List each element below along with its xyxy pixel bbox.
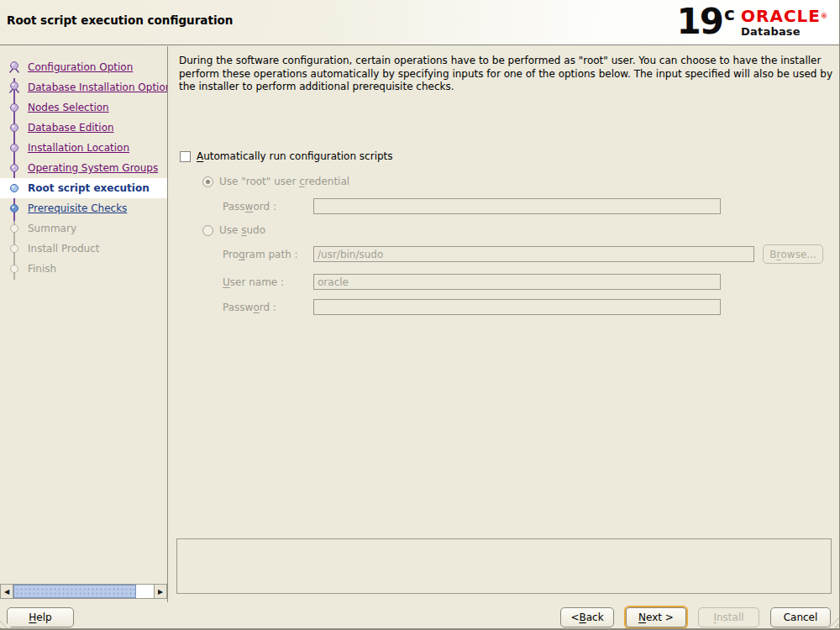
scrollbar-track[interactable] xyxy=(136,585,154,598)
sudo-password-label: Password : xyxy=(223,302,276,313)
installer-window: Root script execution configuration 19 c… xyxy=(0,0,840,630)
description-text: During the software configuration, certa… xyxy=(179,55,837,94)
auto-run-scripts-checkbox[interactable] xyxy=(180,151,191,162)
sidebar-horizontal-scrollbar[interactable]: ◀ ▶ xyxy=(0,584,167,599)
step-node-icon xyxy=(8,242,21,255)
sidebar-item-nodes-selection[interactable]: Nodes Selection xyxy=(0,97,167,118)
oracle-database-19c-logo: 19 c ORACLE® Database xyxy=(677,3,828,40)
logo-product-name: Database xyxy=(741,25,828,38)
root-password-field[interactable] xyxy=(313,198,721,214)
next-button[interactable]: Next > xyxy=(626,607,686,627)
step-node-icon xyxy=(8,101,21,114)
step-node-icon xyxy=(8,161,21,175)
steps-sidebar: Configuration OptionDatabase Installatio… xyxy=(0,46,168,602)
user-name-label: User name : xyxy=(223,276,284,288)
scroll-left-arrow-icon[interactable]: ◀ xyxy=(1,585,13,598)
sidebar-item-install-product: Install Product xyxy=(0,239,167,259)
step-branch-node-icon xyxy=(8,81,21,94)
sidebar-item-label: Database Installation Option xyxy=(28,81,167,93)
sidebar-item-database-installation-option[interactable]: Database Installation Option xyxy=(0,77,167,97)
step-node-icon xyxy=(8,262,21,276)
sidebar-item-label: Configuration Option xyxy=(28,61,133,73)
sudo-password-field[interactable] xyxy=(313,299,721,315)
sidebar-item-label: Summary xyxy=(28,223,76,234)
use-sudo-label[interactable]: Use sudo xyxy=(219,224,265,236)
root-password-label: Password : xyxy=(223,201,276,213)
sidebar-item-database-edition[interactable]: Database Edition xyxy=(0,118,167,138)
use-sudo-radio[interactable] xyxy=(202,225,213,236)
oracle-wordmark: ORACLE® xyxy=(741,8,828,24)
step-node-icon xyxy=(8,222,21,235)
main-panel: During the software configuration, certa… xyxy=(169,46,840,602)
sidebar-item-finish: Finish xyxy=(0,259,167,279)
header: Root script execution configuration 19 c… xyxy=(0,0,840,45)
use-sudo-row: Use sudo xyxy=(202,224,265,236)
sidebar-item-label: Nodes Selection xyxy=(28,102,109,113)
scroll-right-arrow-icon[interactable]: ▶ xyxy=(154,585,166,598)
sidebar-item-label: Finish xyxy=(28,263,56,275)
root-credential-row: Use "root" user credential xyxy=(202,176,349,187)
sidebar-steps: Configuration OptionDatabase Installatio… xyxy=(0,57,167,279)
logo-version-letter: c xyxy=(724,5,735,24)
logo-version-number: 19 xyxy=(677,3,722,40)
program-path-field[interactable] xyxy=(313,246,754,262)
root-credential-radio[interactable] xyxy=(202,176,213,187)
back-button[interactable]: < Back xyxy=(560,607,614,627)
auto-run-scripts-row: Automatically run configuration scripts xyxy=(180,150,393,162)
footer: Help < Back Next > Install Cancel xyxy=(0,602,840,630)
sidebar-item-label: Install Product xyxy=(28,243,100,255)
help-button[interactable]: Help xyxy=(7,607,74,627)
cancel-button[interactable]: Cancel xyxy=(770,607,831,627)
sidebar-item-label: Database Edition xyxy=(28,122,114,134)
page-title: Root script execution configuration xyxy=(7,13,233,27)
sidebar-item-configuration-option[interactable]: Configuration Option xyxy=(0,57,167,77)
sidebar-item-label: Operating System Groups xyxy=(28,162,158,174)
message-area xyxy=(176,538,832,594)
sidebar-item-summary: Summary xyxy=(0,218,167,239)
step-branch-node-icon xyxy=(8,60,21,74)
sidebar-item-root-script-execution: Root script execution xyxy=(0,178,167,198)
sidebar-item-label: Installation Location xyxy=(28,142,129,154)
browse-button[interactable]: Browse... xyxy=(763,244,823,264)
auto-run-scripts-label[interactable]: Automatically run configuration scripts xyxy=(197,150,393,162)
user-name-field[interactable] xyxy=(313,274,721,290)
step-node-icon xyxy=(8,141,21,155)
sidebar-item-label: Root script execution xyxy=(28,182,150,194)
install-button[interactable]: Install xyxy=(698,607,759,627)
scrollbar-thumb[interactable] xyxy=(13,585,136,598)
program-path-label: Program path : xyxy=(223,249,298,260)
sidebar-item-installation-location[interactable]: Installation Location xyxy=(0,138,167,158)
step-node-icon xyxy=(8,181,21,195)
sidebar-item-prerequisite-checks[interactable]: Prerequisite Checks xyxy=(0,198,167,218)
step-node-icon xyxy=(8,202,21,215)
sidebar-item-label: Prerequisite Checks xyxy=(28,202,127,214)
root-credential-label[interactable]: Use "root" user credential xyxy=(219,176,349,187)
sidebar-item-operating-system-groups[interactable]: Operating System Groups xyxy=(0,158,167,178)
step-node-icon xyxy=(8,121,21,134)
registered-trademark-icon: ® xyxy=(821,13,828,20)
